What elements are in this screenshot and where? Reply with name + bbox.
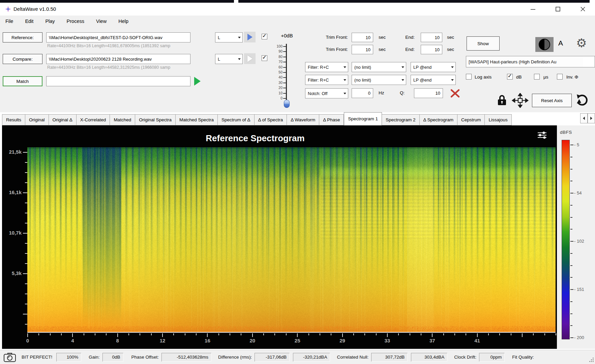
- spectrogram-canvas[interactable]: [27, 147, 556, 332]
- tab-original-spectra[interactable]: Original Spectra: [135, 114, 176, 125]
- inv-phase-checkbox[interactable]: ✓: [557, 74, 563, 80]
- gear-icon[interactable]: ⚙: [574, 35, 589, 51]
- y-tick: [25, 243, 27, 244]
- tab-scroll-right[interactable]: [588, 113, 595, 123]
- colorbar-tick: [570, 205, 572, 206]
- reset-axis-button[interactable]: Reset Axis: [532, 94, 572, 107]
- volume-slider-track[interactable]: [286, 44, 287, 107]
- log-axis-checkbox[interactable]: ✓: [466, 74, 472, 80]
- colorbar-tick: [570, 229, 572, 230]
- resize-grip[interactable]: [593, 361, 594, 362]
- screenshot-button[interactable]: [3, 352, 17, 362]
- tab-spectrum-of[interactable]: Spectrum of Δ: [218, 114, 255, 125]
- notch-select[interactable]: Notch: Off: [305, 88, 348, 98]
- tab-original[interactable]: Original Δ: [49, 114, 77, 125]
- match-input[interactable]: [46, 76, 190, 86]
- us-checkbox[interactable]: ✓: [534, 74, 540, 80]
- contrast-button[interactable]: [535, 37, 554, 52]
- tab-of-spectra[interactable]: Δ of Spectra: [255, 114, 287, 125]
- colorbar-tick: [570, 265, 572, 266]
- compare-enable-checkbox[interactable]: ✓: [262, 55, 267, 61]
- filter1-select[interactable]: Filter: R+C: [305, 62, 348, 72]
- x-tick-label: 29: [335, 338, 350, 343]
- tab-spectrogram-2[interactable]: Spectrogram 2: [382, 114, 420, 125]
- volume-slider-thumb[interactable]: [284, 100, 290, 108]
- notch-q-input[interactable]: [414, 88, 443, 98]
- tab-cepstrum[interactable]: Cepstrum: [457, 114, 485, 125]
- refresh-axis-button[interactable]: [576, 94, 589, 107]
- x-tick: [50, 333, 51, 335]
- trim1-front-input[interactable]: [352, 33, 373, 42]
- menu-process[interactable]: Process: [67, 19, 90, 24]
- tab-results[interactable]: Results: [2, 114, 25, 125]
- notch-freq-input[interactable]: [352, 88, 373, 98]
- trim1-end-input[interactable]: [421, 33, 442, 42]
- reference-button[interactable]: Reference:: [3, 32, 42, 42]
- output-device-select[interactable]: [WASAPI] Haut-parleurs (High Definition …: [466, 56, 595, 67]
- tab-original[interactable]: Original: [25, 114, 49, 125]
- volume-tick-label: 90: [272, 49, 282, 53]
- match-go-button[interactable]: [194, 77, 201, 86]
- filter2-select[interactable]: Filter: R+C: [305, 75, 348, 85]
- tab-spectrogram-1[interactable]: Spectrogram 1: [344, 112, 382, 125]
- close-button[interactable]: [575, 3, 591, 16]
- show-button[interactable]: Show: [467, 36, 500, 51]
- menu-play[interactable]: Play: [45, 19, 60, 24]
- compare-channel-select[interactable]: L: [215, 54, 243, 64]
- tab-x-correlated[interactable]: X-Correlated: [77, 114, 110, 125]
- autoscale-button[interactable]: A: [558, 39, 563, 47]
- compare-path-input[interactable]: [46, 54, 190, 64]
- check-icon: ✓: [262, 54, 267, 60]
- volume-tick-label: 20: [272, 86, 282, 90]
- maximize-button[interactable]: [550, 3, 566, 16]
- match-button[interactable]: Match: [3, 76, 42, 86]
- tab-spectrogram[interactable]: Δ Spectrogram: [420, 114, 457, 125]
- x-tick: [454, 333, 455, 335]
- menu-edit[interactable]: Edit: [25, 19, 39, 24]
- play-icon: [247, 34, 252, 40]
- reference-play-button[interactable]: [244, 32, 256, 42]
- menu-help[interactable]: Help: [118, 19, 134, 24]
- volume-tick-label: 30: [272, 81, 282, 85]
- correlated-null-dba-value: 303,4dBA: [411, 353, 447, 362]
- trim1-front-unit: sec: [379, 35, 386, 40]
- x-tick: [241, 333, 241, 335]
- reference-path-input[interactable]: [46, 32, 190, 42]
- limit1-select[interactable]: (no limit): [352, 62, 406, 72]
- menu-view[interactable]: View: [96, 19, 112, 24]
- plot-area[interactable]: [27, 147, 556, 333]
- compare-button[interactable]: Compare:: [3, 54, 42, 64]
- colorbar-tick: [570, 277, 572, 278]
- tab-scroll-left[interactable]: [580, 113, 588, 123]
- limit2-select[interactable]: (no limit): [352, 75, 406, 85]
- tab-waveform[interactable]: Δ Waveform: [287, 114, 319, 125]
- pan-axis-button[interactable]: [512, 93, 529, 108]
- colorbar-tick: [570, 157, 572, 157]
- minimize-button[interactable]: [525, 3, 541, 16]
- volume-tick: [283, 98, 286, 99]
- chevron-down-icon: [449, 79, 455, 81]
- db-checkbox[interactable]: ✓: [507, 74, 513, 80]
- reference-enable-checkbox[interactable]: ✓: [262, 34, 267, 39]
- status-bar: BIT PERFECT! 100% Gain: 0dB Phase Offset…: [0, 350, 595, 364]
- menu-file[interactable]: File: [5, 19, 19, 24]
- compare-play-button[interactable]: [244, 53, 256, 64]
- lp2-select[interactable]: LP @end: [411, 75, 456, 85]
- correlated-null-db-value: 307,72dB: [371, 353, 408, 362]
- x-tick: [432, 333, 433, 337]
- colorbar-tick-label: - 54: [574, 190, 582, 195]
- tab-phase[interactable]: Δ Phase: [319, 114, 344, 125]
- x-tick-label: 16: [200, 338, 215, 343]
- lock-axis-button[interactable]: [497, 94, 507, 107]
- reference-channel-select[interactable]: L: [215, 32, 243, 42]
- reference-channel-value: L: [215, 35, 236, 40]
- lp1-select[interactable]: LP @end: [411, 62, 456, 72]
- trim2-end-input[interactable]: [421, 45, 442, 54]
- tab-matched-spectra[interactable]: Matched Spectra: [176, 114, 218, 125]
- trim2-front-input[interactable]: [352, 45, 373, 54]
- chart-settings-button[interactable]: [537, 131, 547, 139]
- tab-lissajous[interactable]: Lissajous: [485, 114, 511, 125]
- clear-notch-button[interactable]: [450, 88, 460, 98]
- tab-matched[interactable]: Matched: [110, 114, 135, 125]
- y-tick: [25, 223, 27, 223]
